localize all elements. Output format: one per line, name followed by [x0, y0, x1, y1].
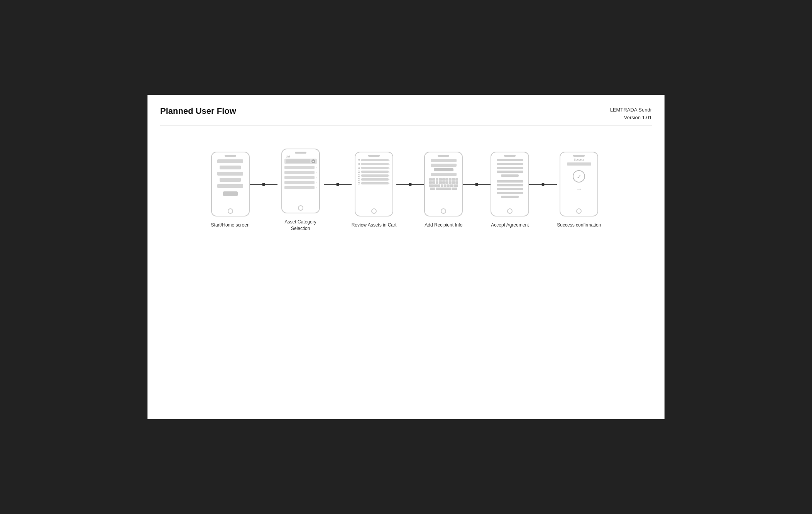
connector-line-2b — [339, 184, 352, 185]
flow-step-category: List + › › — [277, 149, 324, 232]
screen4-kb-row-1 — [429, 178, 458, 181]
screen4-kb-row-2 — [429, 181, 458, 184]
flow-row: Start/Home screen List + — [211, 149, 601, 232]
connector-line-3b — [412, 184, 424, 185]
connector-dot-3 — [409, 183, 412, 186]
connector-dot-5 — [541, 183, 545, 186]
connector-4 — [463, 183, 491, 186]
page-title: Planned User Flow — [160, 106, 236, 116]
phone-home-btn-6 — [576, 208, 582, 214]
screen3-chevron-1: › — [389, 159, 390, 161]
screen3-chevron-6: › — [389, 178, 390, 181]
screen2-list-bar-4 — [284, 181, 315, 184]
flow-step-start: Start/Home screen — [211, 152, 250, 228]
screen2-search-bar — [286, 159, 310, 163]
screen2-list-item-3: › — [284, 175, 317, 180]
phone-content-5 — [491, 158, 528, 208]
screen3-row-5: › — [358, 174, 390, 177]
step-label-category: Asset Category Selection — [277, 219, 324, 232]
screen3-circle-4 — [358, 171, 360, 173]
screen3-circle-3 — [358, 167, 360, 169]
screen3-chevron-5: › — [389, 174, 390, 177]
phone-home-btn-2 — [298, 205, 303, 211]
phone-content-1 — [212, 158, 249, 208]
screen2-chevron-1: › — [316, 166, 316, 169]
phone-mockup-3: › › › — [355, 152, 393, 216]
footer-line — [160, 400, 652, 400]
connector-1 — [250, 183, 277, 186]
screen2-list-item-1: › — [284, 165, 317, 170]
screen2-chevron-2: › — [316, 171, 316, 174]
screen1-bar-3 — [217, 172, 243, 176]
screen5-line-6 — [497, 180, 523, 183]
screen3-row-1: › — [358, 159, 390, 161]
version-label: Version 1.01 — [610, 114, 652, 122]
screen3-circle-5 — [358, 174, 360, 177]
screen5-line-7 — [497, 184, 523, 186]
screen4-bar-3 — [431, 173, 457, 176]
screen3-circle-1 — [358, 159, 360, 161]
screen4-bar-2 — [431, 164, 457, 167]
screen5-line-4 — [497, 171, 523, 173]
screen3-row-6: › — [358, 178, 390, 181]
page-container: Planned User Flow LEMTRADA Sendr Version… — [147, 95, 665, 419]
screen1-bar-5 — [217, 184, 243, 188]
screen3-bar-7 — [361, 182, 389, 184]
screen2-list-item-2: › — [284, 170, 317, 175]
screen6-arrow-icon: → — [576, 186, 582, 193]
connector-dot-1 — [262, 183, 265, 186]
screen6-title-bar — [567, 162, 591, 166]
screen5-line-5 — [501, 174, 519, 177]
screen3-bar-3 — [361, 167, 389, 169]
screen1-cta-button — [223, 191, 238, 196]
screen3-circle-7 — [358, 182, 360, 184]
screen2-search-row: + — [284, 159, 317, 164]
screen5-line-9 — [497, 192, 523, 194]
screen4-keyboard — [429, 178, 458, 190]
screen2-list-bar-3 — [284, 176, 315, 179]
screen3-row-3: › — [358, 167, 390, 169]
screen3-chevron-4: › — [389, 171, 390, 173]
screen4-kb-row-3 — [429, 184, 458, 187]
phone-content-6: Success ✓ → — [560, 158, 597, 208]
screen2-list-label: List — [286, 155, 290, 158]
screen3-chevron-7: › — [389, 182, 390, 184]
phone-mockup-1 — [211, 152, 250, 216]
phone-notch-4 — [438, 155, 449, 157]
screen5-line-3 — [497, 167, 523, 169]
step-label-agreement: Accept Agreement — [491, 222, 529, 228]
phone-mockup-4 — [424, 152, 463, 216]
phone-mockup-5 — [491, 152, 529, 216]
screen3-chevron-2: › — [389, 163, 390, 165]
brand-name: LEMTRADA Sendr — [610, 106, 652, 114]
phone-content-2: List + › › — [282, 155, 319, 205]
screen6-check-icon: ✓ — [577, 173, 582, 180]
screen4-bar-mid — [434, 168, 453, 171]
connector-line-4b — [478, 184, 491, 185]
screen6-check-circle: ✓ — [573, 170, 585, 183]
connector-5 — [529, 183, 557, 186]
screen3-bar-5 — [361, 174, 389, 177]
connector-line-4 — [463, 184, 475, 185]
phone-home-btn-5 — [507, 208, 513, 214]
connector-dot-2 — [336, 183, 339, 186]
flow-step-recipient: Add Recipient Info — [424, 152, 463, 228]
connector-line-2 — [324, 184, 336, 185]
phone-home-btn-1 — [228, 208, 233, 214]
phone-content-3: › › › — [355, 158, 392, 208]
screen3-row-2: › — [358, 163, 390, 165]
screen3-bar-1 — [361, 159, 389, 161]
connector-line-1 — [250, 184, 262, 185]
screen3-circle-2 — [358, 163, 360, 165]
connector-3 — [396, 183, 424, 186]
connector-line-5b — [545, 184, 557, 185]
header: Planned User Flow LEMTRADA Sendr Version… — [160, 106, 652, 125]
screen5-line-1 — [497, 159, 523, 161]
connector-line-3 — [396, 184, 409, 185]
phone-notch-3 — [368, 155, 380, 157]
screen2-plus-icon: + — [311, 159, 315, 163]
step-label-start: Start/Home screen — [211, 222, 250, 228]
screen4-kb-row-4 — [429, 188, 458, 190]
screen1-bar-1 — [217, 159, 243, 163]
screen3-row-4: › — [358, 171, 390, 173]
